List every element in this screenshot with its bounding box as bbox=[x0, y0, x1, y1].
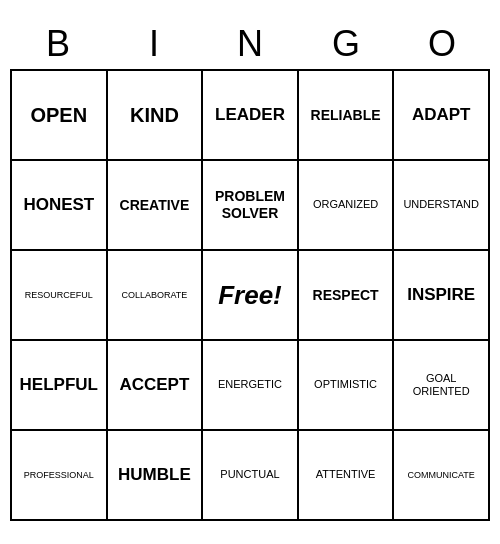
bingo-cell-4-2: PUNCTUAL bbox=[203, 431, 299, 521]
cell-text-1-4: UNDERSTAND bbox=[403, 198, 479, 211]
cell-text-0-1: KIND bbox=[130, 103, 179, 127]
cell-text-0-4: ADAPT bbox=[412, 105, 471, 125]
bingo-row-3: HELPFULACCEPTENERGETICOPTIMISTICGOAL ORI… bbox=[12, 341, 490, 431]
bingo-cell-1-2: PROBLEM SOLVER bbox=[203, 161, 299, 251]
bingo-row-0: OPENKINDLEADERRELIABLEADAPT bbox=[12, 71, 490, 161]
header-letter-N: N bbox=[202, 23, 298, 65]
bingo-cell-0-2: LEADER bbox=[203, 71, 299, 161]
cell-text-4-0: PROFESSIONAL bbox=[24, 470, 94, 481]
cell-text-2-3: RESPECT bbox=[313, 287, 379, 304]
bingo-row-4: PROFESSIONALHUMBLEPUNCTUALATTENTIVECOMMU… bbox=[12, 431, 490, 521]
cell-text-0-3: RELIABLE bbox=[311, 107, 381, 124]
bingo-cell-3-2: ENERGETIC bbox=[203, 341, 299, 431]
bingo-cell-1-4: UNDERSTAND bbox=[394, 161, 490, 251]
cell-text-0-0: OPEN bbox=[30, 103, 87, 127]
cell-text-4-2: PUNCTUAL bbox=[220, 468, 279, 481]
cell-text-3-3: OPTIMISTIC bbox=[314, 378, 377, 391]
cell-text-1-0: HONEST bbox=[23, 195, 94, 215]
cell-text-3-0: HELPFUL bbox=[20, 375, 98, 395]
bingo-cell-2-2: Free! bbox=[203, 251, 299, 341]
bingo-cell-2-1: COLLABORATE bbox=[108, 251, 204, 341]
cell-text-4-1: HUMBLE bbox=[118, 465, 191, 485]
bingo-cell-1-1: CREATIVE bbox=[108, 161, 204, 251]
header-letter-O: O bbox=[394, 23, 490, 65]
bingo-cell-4-0: PROFESSIONAL bbox=[12, 431, 108, 521]
bingo-card: BINGO OPENKINDLEADERRELIABLEADAPTHONESTC… bbox=[10, 23, 490, 521]
bingo-cell-4-4: COMMUNICATE bbox=[394, 431, 490, 521]
cell-text-4-3: ATTENTIVE bbox=[316, 468, 376, 481]
bingo-cell-0-3: RELIABLE bbox=[299, 71, 395, 161]
bingo-row-2: RESOURCEFULCOLLABORATEFree!RESPECTINSPIR… bbox=[12, 251, 490, 341]
cell-text-3-1: ACCEPT bbox=[119, 375, 189, 395]
bingo-cell-2-4: INSPIRE bbox=[394, 251, 490, 341]
cell-text-2-4: INSPIRE bbox=[407, 285, 475, 305]
cell-text-3-2: ENERGETIC bbox=[218, 378, 282, 391]
cell-text-2-0: RESOURCEFUL bbox=[25, 290, 93, 301]
bingo-cell-2-0: RESOURCEFUL bbox=[12, 251, 108, 341]
bingo-cell-3-0: HELPFUL bbox=[12, 341, 108, 431]
cell-text-1-3: ORGANIZED bbox=[313, 198, 378, 211]
bingo-cell-4-1: HUMBLE bbox=[108, 431, 204, 521]
bingo-cell-4-3: ATTENTIVE bbox=[299, 431, 395, 521]
bingo-cell-0-0: OPEN bbox=[12, 71, 108, 161]
bingo-cell-1-0: HONEST bbox=[12, 161, 108, 251]
bingo-grid: OPENKINDLEADERRELIABLEADAPTHONESTCREATIV… bbox=[10, 69, 490, 521]
header-letter-B: B bbox=[10, 23, 106, 65]
cell-text-0-2: LEADER bbox=[215, 105, 285, 125]
cell-text-3-4: GOAL ORIENTED bbox=[398, 372, 484, 398]
bingo-cell-0-4: ADAPT bbox=[394, 71, 490, 161]
bingo-cell-3-1: ACCEPT bbox=[108, 341, 204, 431]
bingo-cell-3-3: OPTIMISTIC bbox=[299, 341, 395, 431]
cell-text-1-1: CREATIVE bbox=[120, 197, 190, 214]
cell-text-4-4: COMMUNICATE bbox=[408, 470, 475, 481]
bingo-header: BINGO bbox=[10, 23, 490, 65]
bingo-cell-1-3: ORGANIZED bbox=[299, 161, 395, 251]
bingo-cell-2-3: RESPECT bbox=[299, 251, 395, 341]
cell-text-1-2: PROBLEM SOLVER bbox=[207, 188, 293, 222]
bingo-row-1: HONESTCREATIVEPROBLEM SOLVERORGANIZEDUND… bbox=[12, 161, 490, 251]
bingo-cell-3-4: GOAL ORIENTED bbox=[394, 341, 490, 431]
header-letter-G: G bbox=[298, 23, 394, 65]
header-letter-I: I bbox=[106, 23, 202, 65]
bingo-cell-0-1: KIND bbox=[108, 71, 204, 161]
cell-text-2-1: COLLABORATE bbox=[121, 290, 187, 301]
cell-text-2-2: Free! bbox=[218, 280, 282, 311]
